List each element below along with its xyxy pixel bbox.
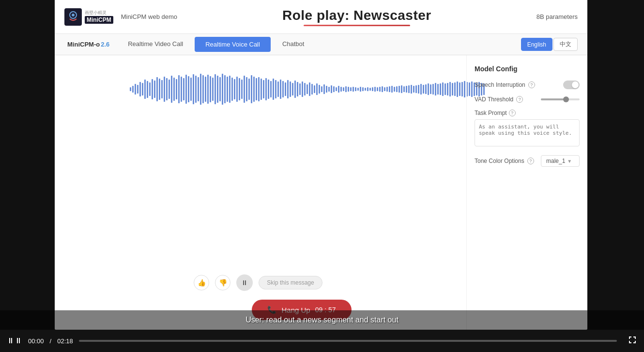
logo-area: 画壁小精灵 MiniCPM [64, 8, 113, 26]
waveform-bar [314, 85, 315, 93]
tab-video-call[interactable]: Realtime Video Call [117, 34, 194, 55]
tone-color-label: Tone Color Options [475, 158, 524, 164]
svg-rect-0 [64, 8, 82, 26]
vad-threshold-slider[interactable] [541, 98, 580, 100]
waveform-bar [357, 88, 359, 91]
dislike-button[interactable]: 👎 [215, 275, 230, 290]
speech-interruption-info-icon[interactable]: ? [528, 81, 535, 88]
waveform-bar [336, 87, 337, 91]
waveform-bar [307, 84, 308, 94]
waveform-bar [294, 80, 296, 98]
waveform-bar [161, 80, 163, 98]
task-prompt-input[interactable] [475, 119, 580, 146]
skip-message-button[interactable]: Skip this message [259, 276, 322, 289]
waveform-bar [231, 78, 233, 101]
task-prompt-section: Task Prompt ? [475, 110, 580, 155]
speech-interruption-label: Speech Interruption [475, 81, 525, 88]
waveform-bar [248, 79, 250, 100]
waveform-bar [169, 80, 170, 99]
waveform-bar [193, 74, 194, 104]
waveform-bar [447, 83, 448, 96]
speech-interruption-toggle[interactable] [563, 80, 580, 89]
waveform-bar [384, 87, 385, 91]
waveform-bar [309, 82, 310, 96]
video-total-time: 02:18 [57, 337, 73, 345]
waveform-bar [338, 86, 339, 93]
video-current-time: 00:00 [28, 337, 44, 345]
waveform-bar [164, 77, 165, 102]
waveform-bar [413, 86, 414, 93]
waveform-bar [399, 86, 400, 93]
waveform-bar [195, 76, 197, 103]
waveform-bar [185, 75, 187, 104]
waveform-bar [217, 76, 218, 103]
pause-button[interactable]: ⏸ [236, 274, 253, 291]
fullscreen-button[interactable] [628, 335, 637, 347]
tab-chatbot[interactable]: Chatbot [272, 34, 315, 55]
waveform-bar [142, 83, 143, 96]
waveform-bar [246, 77, 247, 101]
waveform-bar [152, 79, 153, 99]
waveform-bar [396, 86, 398, 92]
waveform-bar [377, 87, 378, 91]
vad-threshold-info-icon[interactable]: ? [516, 96, 523, 103]
svg-point-2 [72, 14, 75, 16]
waveform-bar [207, 75, 209, 104]
waveform-bar [355, 87, 356, 91]
waveform-bar [369, 88, 371, 91]
waveform-bar [435, 83, 436, 96]
waveform-bar [261, 79, 262, 100]
waveform-bar [440, 83, 441, 95]
waveform-bar [132, 86, 134, 93]
page-title-area: Role play: Newscaster [177, 8, 537, 26]
waveform-bar [464, 81, 465, 97]
tone-color-info-icon[interactable]: ? [527, 158, 534, 164]
waveform-bar [386, 87, 388, 92]
waveform-bar [423, 85, 424, 94]
waveform-bar [135, 84, 136, 95]
lang-chinese-button[interactable]: 中文 [553, 38, 578, 51]
lang-english-button[interactable]: English [521, 38, 552, 51]
waveform-bar [437, 84, 439, 95]
waveform-bar [297, 82, 298, 96]
waveform-bar [340, 87, 342, 92]
waveform-bar [156, 77, 158, 101]
waveform-bar [394, 87, 395, 92]
waveform-bar [374, 87, 376, 92]
waveform-bar [454, 82, 456, 96]
waveform-bar [304, 83, 306, 96]
waveform-bar [401, 85, 402, 93]
tab-bar: MiniCPM-o2.6 Realtime Video Call Realtim… [55, 34, 587, 55]
waveform-bar [389, 86, 390, 92]
task-prompt-info-icon[interactable]: ? [509, 110, 516, 116]
tab-voice-call[interactable]: Realtime Voice Call [195, 37, 271, 52]
waveform-bar [256, 78, 257, 100]
waveform-bar [316, 83, 318, 95]
waveform-bar [415, 85, 417, 93]
waveform-bar [273, 79, 274, 100]
config-title: Model Config [475, 65, 580, 73]
waveform-bar [408, 85, 410, 93]
waveform-bar [219, 77, 221, 101]
subtitle-bar: User: read out a news segment and start … [0, 310, 644, 330]
waveform-bar [229, 76, 230, 103]
waveform-bar [166, 78, 168, 100]
page-title: Role play: Newscaster [177, 8, 537, 23]
waveform-bar [372, 87, 373, 91]
waveform-bar [130, 87, 131, 91]
waveform-bar [350, 87, 352, 91]
waveform-bar [403, 86, 405, 92]
waveform-bar [432, 84, 434, 95]
waveform-bar [210, 76, 211, 102]
waveform-bar [449, 82, 451, 96]
video-progress-bar[interactable] [79, 340, 617, 342]
tone-color-row: Tone Color Options ? male_1 ▼ [475, 155, 580, 167]
waveform-bar [251, 75, 252, 103]
tone-color-select[interactable]: male_1 ▼ [541, 155, 580, 167]
video-play-pause-button[interactable]: ⏸⏸ [7, 336, 22, 345]
waveform-bar [445, 83, 446, 95]
waveform-bar [457, 81, 458, 97]
waveform-bar [333, 86, 335, 92]
waveform-bar [343, 87, 344, 91]
like-button[interactable]: 👍 [194, 275, 209, 290]
